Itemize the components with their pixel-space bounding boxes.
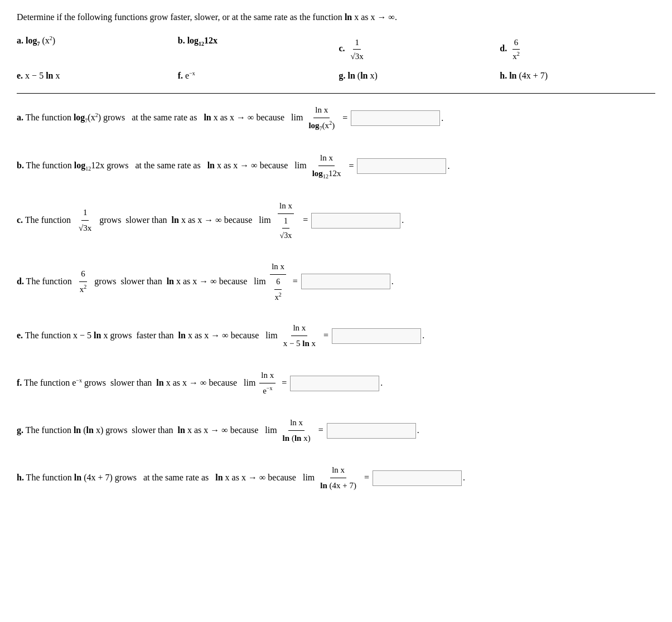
section-a: a. The function log7(x2) grows at the sa… <box>17 103 655 134</box>
func-e-label: e. x − 5 ln x <box>17 71 60 80</box>
row-f-answer[interactable] <box>290 376 379 391</box>
row-h-text1: h. The function ln (4x + 7) grows at the… <box>17 470 315 486</box>
row-c-text2: ln x as x → ∞ because lim <box>172 212 271 229</box>
func-d: d. 6 x2 <box>500 33 655 63</box>
func-h-label: h. ln (4x + 7) <box>500 71 548 80</box>
func-f-label: f. e−x <box>178 71 195 80</box>
row-e-limit: ln x x − 5 ln x <box>282 320 317 351</box>
row-e-text2: ln x as x → ∞ because lim <box>178 328 278 344</box>
row-g: g. The function ln (ln x) grows slower t… <box>17 415 655 446</box>
row-a-answer[interactable] <box>351 110 440 126</box>
row-g-answer[interactable] <box>327 423 416 439</box>
func-d-label: d. <box>500 44 507 54</box>
row-g-limit: ln x ln (ln x) <box>281 415 312 446</box>
row-f-text2: ln x as x → ∞ because lim <box>156 375 255 391</box>
row-g-equals: = <box>314 422 323 439</box>
row-a-text: a. The function log7(x2) grows at the sa… <box>17 110 303 126</box>
divider <box>17 93 655 94</box>
func-a-label: a. log7 <box>17 36 40 45</box>
header-text: Determine if the following functions gro… <box>17 11 655 23</box>
func-a-expr: (x2) <box>42 36 55 45</box>
row-g-period: . <box>417 422 419 439</box>
row-b-limit: ln x log1212x <box>311 150 343 182</box>
section-c: c. The function 1 √3x grows slower than … <box>17 198 655 242</box>
row-f-period: . <box>380 375 383 391</box>
func-c-label: c. <box>339 44 345 54</box>
func-g-label: g. ln (ln x) <box>339 71 378 80</box>
row-a: a. The function log7(x2) grows at the sa… <box>17 103 655 134</box>
row-c-limit: ln x 1 √3x <box>275 198 297 242</box>
row-g-rate: slower than <box>132 422 173 439</box>
row-g-text2: ln x as x → ∞ because lim <box>178 422 277 439</box>
row-f-rate: slower than <box>110 375 152 391</box>
section-h: h. The function ln (4x + 7) grows at the… <box>17 463 655 493</box>
row-c: c. The function 1 √3x grows slower than … <box>17 198 655 242</box>
func-g: g. ln (ln x) <box>339 69 495 83</box>
row-f-equals: = <box>277 375 287 391</box>
section-f: f. The function e−x grows slower than ln… <box>17 368 655 399</box>
row-d-limit: ln x 6 x2 <box>270 259 287 304</box>
row-c-period: . <box>402 212 404 229</box>
row-f-text1: f. The function e−x grows <box>17 375 106 391</box>
row-d-text1: d. The function <box>17 274 76 290</box>
section-b: b. The function log1212x grows at the sa… <box>17 150 655 182</box>
row-e: e. The function x − 5 ln x grows faster … <box>17 320 655 351</box>
row-f-limit: ln x e−x <box>259 368 275 399</box>
func-e: e. x − 5 ln x <box>17 69 172 83</box>
row-d-grows: grows <box>90 274 116 290</box>
row-b: b. The function log1212x grows at the sa… <box>17 150 655 182</box>
func-d-frac: 6 x2 <box>511 36 521 63</box>
func-c: c. 1 √3x <box>339 33 495 63</box>
row-b-answer[interactable] <box>357 158 446 174</box>
row-e-rate: faster than <box>137 328 174 344</box>
section-e: e. The function x − 5 ln x grows faster … <box>17 320 655 351</box>
row-e-answer[interactable] <box>332 328 421 344</box>
func-b-label: b. log1212x <box>178 36 217 45</box>
func-b: b. log1212x <box>178 33 333 63</box>
row-e-period: . <box>422 328 424 344</box>
row-c-func: 1 √3x <box>77 205 93 236</box>
row-a-period: . <box>441 110 443 127</box>
row-f: f. The function e−x grows slower than ln… <box>17 368 655 399</box>
row-d-rate: slower than <box>120 274 162 290</box>
section-d: d. The function 6 x2 grows slower than l… <box>17 259 655 304</box>
row-d-period: . <box>391 274 394 290</box>
row-b-equals: = <box>344 158 354 174</box>
row-a-equals: = <box>338 110 347 127</box>
row-h-period: . <box>463 470 465 486</box>
row-d-text2: ln x as x → ∞ because lim <box>167 274 266 290</box>
row-c-grows: grows <box>95 212 121 229</box>
row-d-func: 6 x2 <box>78 266 89 297</box>
row-g-text1: g. The function ln (ln x) grows <box>17 422 127 439</box>
row-h: h. The function ln (4x + 7) grows at the… <box>17 463 655 493</box>
row-c-rate: slower than <box>125 212 167 229</box>
func-h: h. ln (4x + 7) <box>500 69 655 83</box>
func-c-frac: 1 √3x <box>349 36 365 63</box>
row-h-equals: = <box>360 470 369 486</box>
row-d: d. The function 6 x2 grows slower than l… <box>17 259 655 304</box>
section-g: g. The function ln (ln x) grows slower t… <box>17 415 655 446</box>
row-c-text1: c. The function <box>17 212 75 229</box>
row-e-text1: e. The function x − 5 ln x grows <box>17 328 132 344</box>
row-h-limit: ln x ln (4x + 7) <box>318 463 358 493</box>
row-b-period: . <box>447 158 449 174</box>
func-f: f. e−x <box>178 69 333 83</box>
row-d-answer[interactable] <box>301 274 390 289</box>
functions-grid: a. log7 (x2) b. log1212x c. 1 √3x d. 6 x… <box>17 33 655 83</box>
row-e-equals: = <box>319 328 328 344</box>
row-a-limit: ln x log7(x2) <box>307 103 336 134</box>
row-c-answer[interactable] <box>311 213 400 229</box>
row-d-equals: = <box>288 274 298 290</box>
row-c-equals: = <box>298 212 308 229</box>
row-b-text: b. The function log1212x grows at the sa… <box>17 158 307 174</box>
row-h-answer[interactable] <box>373 470 462 486</box>
func-a: a. log7 (x2) <box>17 33 172 63</box>
